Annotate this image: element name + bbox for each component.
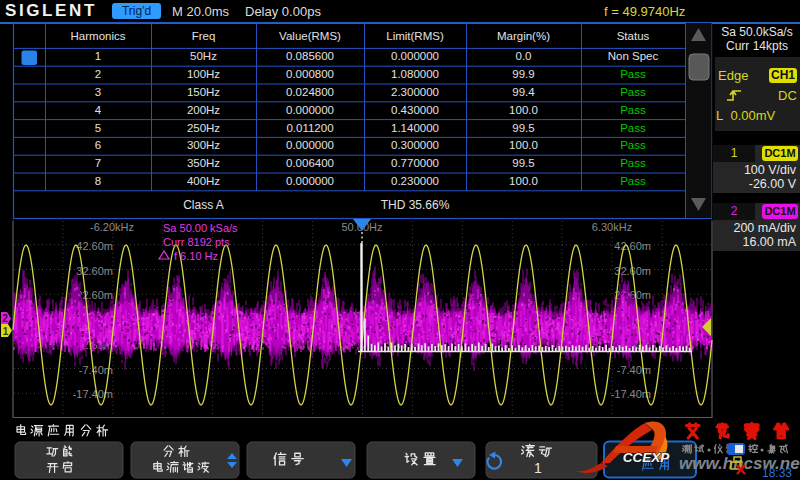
svg-text:CCEXP: CCEXP xyxy=(623,450,671,465)
svg-text:18:33: 18:33 xyxy=(762,466,792,480)
